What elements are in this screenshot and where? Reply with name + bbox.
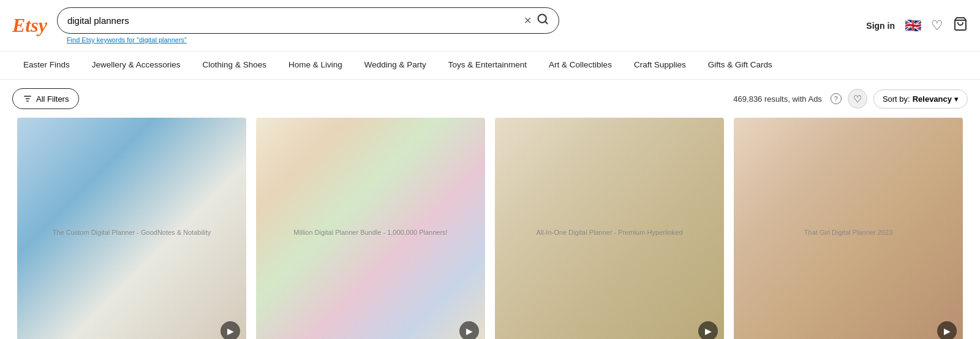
play-button[interactable]: ▶ [221, 321, 240, 339]
product-image: The Custom Digital Planner - GoodNotes &… [17, 118, 246, 339]
flag-icon[interactable]: 🇬🇧 [905, 18, 921, 34]
nav-item-toys[interactable]: Toys & Entertainment [437, 51, 538, 79]
cart-icon[interactable] [953, 17, 968, 35]
filter-right: 469,836 results, with Ads ? ♡ Sort by: R… [733, 89, 968, 109]
product-thumbnail: That Girl Digital Planner 2023 [734, 118, 963, 339]
results-count: 469,836 results, with Ads [733, 94, 822, 104]
product-thumbnail: Million Digital Planner Bundle - 1,000,0… [256, 118, 485, 339]
search-input[interactable] [67, 15, 524, 26]
all-filters-button[interactable]: All Filters [12, 88, 79, 109]
wishlist-icon[interactable]: ♡ [931, 18, 943, 34]
product-card[interactable]: The Custom Digital Planner - GoodNotes &… [12, 118, 251, 339]
play-button[interactable]: ▶ [698, 321, 718, 339]
product-grid: The Custom Digital Planner - GoodNotes &… [0, 118, 980, 339]
main-nav: Easter FindsJewellery & AccessoriesCloth… [0, 51, 980, 80]
product-card[interactable]: All-In-One Digital Planner - Premium Hyp… [490, 118, 729, 339]
nav-item-art[interactable]: Art & Collectibles [538, 51, 623, 79]
svg-line-1 [545, 21, 548, 24]
sort-button[interactable]: Sort by: Relevancy ▾ [873, 90, 968, 109]
sort-chevron-icon: ▾ [954, 94, 959, 104]
play-button[interactable]: ▶ [937, 321, 957, 339]
nav-item-gifts[interactable]: Gifts & Gift Cards [697, 51, 783, 79]
search-button[interactable] [537, 13, 549, 28]
nav-item-home-living[interactable]: Home & Living [277, 51, 353, 79]
search-bar: ✕ [57, 7, 559, 34]
search-container: ✕ Find Etsy keywords for "digital planne… [57, 7, 559, 44]
etsy-logo[interactable]: Etsy [12, 14, 47, 37]
results-help-icon[interactable]: ? [831, 93, 842, 104]
product-card[interactable]: Million Digital Planner Bundle - 1,000,0… [251, 118, 490, 339]
filter-bar: All Filters 469,836 results, with Ads ? … [0, 80, 980, 118]
save-search-button[interactable]: ♡ [848, 89, 867, 109]
sort-by-label: Sort by: [883, 94, 910, 104]
product-image: All-In-One Digital Planner - Premium Hyp… [495, 118, 724, 339]
search-hint[interactable]: Find Etsy keywords for "digital planners… [67, 36, 559, 44]
sort-value-label: Relevancy [913, 94, 952, 104]
product-thumbnail: All-In-One Digital Planner - Premium Hyp… [495, 118, 724, 339]
filter-left: All Filters [12, 88, 79, 109]
nav-item-clothing[interactable]: Clothing & Shoes [192, 51, 277, 79]
nav-item-jewellery[interactable]: Jewellery & Accessories [81, 51, 192, 79]
sign-in-link[interactable]: Sign in [866, 21, 895, 31]
product-image: Million Digital Planner Bundle - 1,000,0… [256, 118, 485, 339]
product-thumbnail: The Custom Digital Planner - GoodNotes &… [17, 118, 246, 339]
header: Etsy ✕ Find Etsy keywords for "digital p… [0, 0, 980, 51]
product-card[interactable]: That Girl Digital Planner 2023 ▶ 2023 Di… [729, 118, 968, 339]
product-image: That Girl Digital Planner 2023 ▶ [734, 118, 963, 339]
play-button[interactable]: ▶ [459, 321, 479, 339]
filter-label: All Filters [36, 94, 69, 104]
nav-item-craft[interactable]: Craft Supplies [623, 51, 697, 79]
clear-icon[interactable]: ✕ [524, 15, 532, 26]
header-actions: Sign in 🇬🇧 ♡ [866, 17, 968, 35]
nav-item-easter-finds[interactable]: Easter Finds [12, 51, 81, 79]
nav-item-wedding[interactable]: Wedding & Party [353, 51, 437, 79]
